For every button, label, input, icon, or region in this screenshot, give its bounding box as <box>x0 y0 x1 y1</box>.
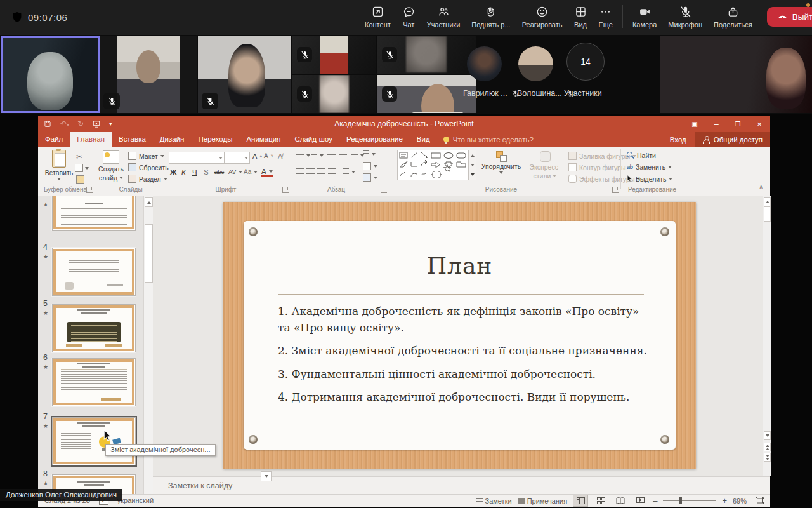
smartart-convert-button[interactable] <box>363 173 377 182</box>
sign-in-button[interactable]: Вход <box>661 136 695 144</box>
italic-button[interactable]: К <box>181 168 186 176</box>
zoom-slider-knob[interactable] <box>679 497 682 504</box>
tab-slideshow[interactable]: Слайд-шоу <box>287 132 339 147</box>
microphone-button[interactable]: Микрофон <box>662 4 708 30</box>
shrink-font-button[interactable]: A˅ <box>264 152 273 159</box>
underline-button[interactable]: Ч <box>192 168 197 176</box>
numbering-button[interactable] <box>311 152 324 159</box>
notes-toggle-button[interactable]: Заметки <box>476 497 512 505</box>
tab-insert[interactable]: Вставка <box>112 132 153 147</box>
tab-review[interactable]: Рецензирование <box>339 132 410 147</box>
replace-button[interactable]: abЗаменить <box>627 163 672 171</box>
tab-home[interactable]: Главная <box>70 132 112 147</box>
video-tile-participant[interactable] <box>100 36 197 113</box>
notes-pane[interactable]: Заметки к слайду <box>153 476 770 495</box>
video-tile-participant[interactable] <box>292 36 376 74</box>
font-name-combo[interactable] <box>169 152 225 164</box>
close-icon[interactable]: × <box>749 116 770 132</box>
scroll-up-icon[interactable] <box>764 197 771 206</box>
find-button[interactable]: Найти <box>627 152 656 159</box>
panel-scrollbar-thumb[interactable] <box>145 224 153 283</box>
font-size-combo[interactable] <box>225 152 250 164</box>
cut-button[interactable]: ✂ <box>76 152 82 161</box>
line-spacing-button[interactable] <box>351 152 364 159</box>
columns-button[interactable] <box>343 168 355 175</box>
share-access-button[interactable]: Общий доступ <box>695 132 770 147</box>
slide-thumbnail-4[interactable] <box>52 248 136 296</box>
reading-view-icon[interactable] <box>613 495 627 506</box>
align-right-icon[interactable] <box>317 168 325 175</box>
raise-hand-button[interactable]: Поднять р... <box>466 4 516 30</box>
text-shadow-button[interactable]: S <box>204 168 209 176</box>
video-tile-participant[interactable] <box>377 36 476 74</box>
fit-to-window-icon[interactable] <box>752 495 766 506</box>
tab-file[interactable]: Файл <box>38 132 70 147</box>
reset-button[interactable]: Сбросить <box>128 163 169 171</box>
quick-styles-button[interactable]: Экспресс- стили <box>527 151 563 180</box>
more-button[interactable]: Еще <box>593 4 619 30</box>
react-button[interactable]: Реагировать <box>516 4 568 30</box>
tell-me-search[interactable]: Что вы хотите сделать? <box>437 132 540 147</box>
leave-meeting-button[interactable]: Выйти <box>767 7 812 27</box>
ribbon-display-options-icon[interactable]: ▣ <box>684 116 705 132</box>
security-shield-icon[interactable] <box>10 10 24 24</box>
current-slide[interactable]: План 1. Академічна доброчесність як дефі… <box>223 202 696 469</box>
tab-view[interactable]: Вид <box>410 132 437 147</box>
video-tile-active-speaker[interactable] <box>1 36 100 113</box>
change-case-button[interactable]: Aa <box>244 168 258 175</box>
new-slide-button[interactable]: Создать слайд <box>96 150 126 182</box>
tab-design[interactable]: Дизайн <box>153 132 192 147</box>
participants-button[interactable]: Участники <box>421 4 466 30</box>
shape-outline-button[interactable]: Контур фигуры <box>568 163 632 171</box>
paragraph-dialog-launcher-icon[interactable] <box>381 187 387 193</box>
character-spacing-button[interactable]: AV <box>228 168 242 175</box>
zoom-slider[interactable] <box>663 495 716 506</box>
video-tile-participant[interactable] <box>198 36 291 113</box>
avatar[interactable] <box>518 46 553 81</box>
layout-button[interactable]: Макет <box>128 152 164 160</box>
video-tile-participant[interactable] <box>292 75 376 113</box>
slide-sorter-view-icon[interactable] <box>594 495 608 506</box>
bullets-button[interactable] <box>296 152 310 159</box>
drawing-dialog-launcher-icon[interactable] <box>612 187 619 193</box>
arrange-button[interactable]: Упорядочить <box>478 151 524 174</box>
align-left-icon[interactable] <box>296 168 304 175</box>
tab-transitions[interactable]: Переходы <box>191 132 239 147</box>
scroll-down-icon[interactable] <box>764 431 771 440</box>
chat-button[interactable]: Чат <box>396 4 421 30</box>
grow-font-button[interactable]: A˄ <box>252 152 262 160</box>
shapes-gallery-scroll[interactable] <box>468 150 476 180</box>
zoom-out-icon[interactable]: – <box>653 496 657 505</box>
slide-thumbnail-7[interactable] <box>52 417 136 465</box>
text-direction-button[interactable] <box>363 150 376 157</box>
section-button[interactable]: Раздел <box>128 175 167 183</box>
avatar[interactable] <box>467 46 502 81</box>
font-dialog-launcher-icon[interactable] <box>282 187 289 193</box>
clipboard-dialog-launcher-icon[interactable] <box>86 187 93 193</box>
slideshow-view-icon[interactable] <box>633 495 647 506</box>
format-painter-button[interactable] <box>76 175 84 184</box>
camera-button[interactable]: Камера <box>627 4 662 30</box>
notes-collapse-icon[interactable] <box>261 471 272 481</box>
language-indicator[interactable]: украинский <box>117 497 154 504</box>
increase-indent-icon[interactable] <box>339 152 347 159</box>
minimize-icon[interactable]: – <box>705 116 727 132</box>
strikethrough-button[interactable]: abc <box>214 168 224 175</box>
bold-button[interactable]: Ж <box>170 168 176 176</box>
view-button[interactable]: Вид <box>568 4 593 30</box>
decrease-indent-icon[interactable] <box>327 152 336 159</box>
next-slide-icon[interactable] <box>764 453 771 462</box>
select-button[interactable]: Выделить <box>627 175 672 183</box>
zoom-in-icon[interactable]: + <box>722 496 727 505</box>
restore-icon[interactable]: ❐ <box>727 116 749 132</box>
previous-slide-icon[interactable] <box>764 443 771 451</box>
copy-button[interactable] <box>75 163 89 173</box>
slide-thumbnail-3[interactable] <box>52 196 136 231</box>
zoom-percentage[interactable]: 69% <box>733 497 747 505</box>
justify-icon[interactable] <box>328 168 336 175</box>
collapse-ribbon-icon[interactable]: ∧ <box>759 184 763 190</box>
font-color-button[interactable]: А <box>261 168 273 177</box>
canvas-scrollbar[interactable] <box>763 196 771 476</box>
slide-thumbnail-6[interactable] <box>52 358 136 406</box>
normal-view-icon[interactable] <box>573 495 588 507</box>
